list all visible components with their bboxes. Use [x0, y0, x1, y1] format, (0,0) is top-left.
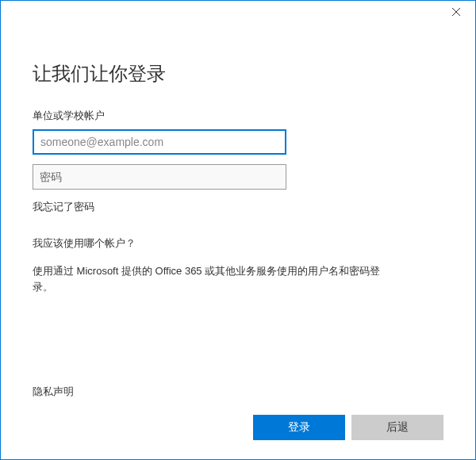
description-text: 使用通过 Microsoft 提供的 Office 365 或其他业务服务使用的…	[33, 263, 382, 294]
dialog-content: 让我们让你登录 单位或学校帐户 我忘记了密码 我应该使用哪个帐户？ 使用通过 M…	[1, 23, 475, 294]
close-icon	[451, 7, 461, 17]
titlebar	[1, 1, 475, 23]
password-input[interactable]	[33, 164, 286, 190]
signin-button[interactable]: 登录	[253, 415, 345, 440]
account-label: 单位或学校帐户	[33, 109, 443, 123]
forgot-password-link[interactable]: 我忘记了密码	[33, 200, 94, 214]
bottom-area: 隐私声明 登录 后退	[1, 384, 475, 459]
privacy-link[interactable]: 隐私声明	[33, 385, 74, 399]
back-button[interactable]: 后退	[351, 415, 443, 440]
which-account-text: 我应该使用哪个帐户？	[33, 236, 443, 251]
email-input[interactable]	[33, 129, 286, 155]
button-row: 登录 后退	[33, 415, 443, 440]
close-button[interactable]	[450, 6, 463, 18]
dialog-title: 让我们让你登录	[33, 61, 443, 86]
